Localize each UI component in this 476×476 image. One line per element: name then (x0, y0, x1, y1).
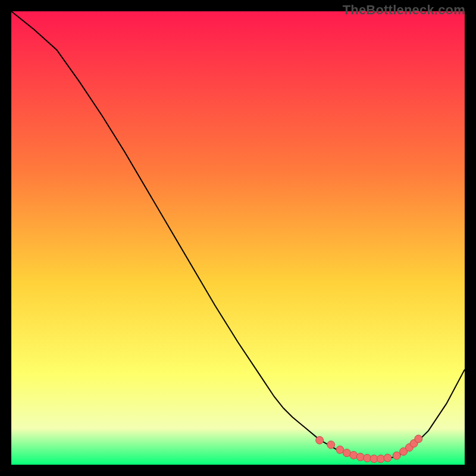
watermark-text: TheBottleneck.com (343, 2, 465, 18)
highlight-dot (384, 454, 392, 462)
highlight-dot (377, 455, 385, 463)
plot-area (11, 11, 465, 465)
highlight-dot (415, 435, 422, 443)
highlight-dot (356, 453, 364, 461)
highlight-dot (393, 452, 400, 459)
highlight-dot (316, 436, 324, 444)
highlight-dot (364, 454, 371, 462)
chart-svg (11, 11, 465, 465)
chart-frame: TheBottleneck.com (0, 0, 476, 476)
highlight-dot (327, 441, 335, 449)
gradient-background (11, 11, 465, 465)
highlight-dot (350, 452, 358, 459)
